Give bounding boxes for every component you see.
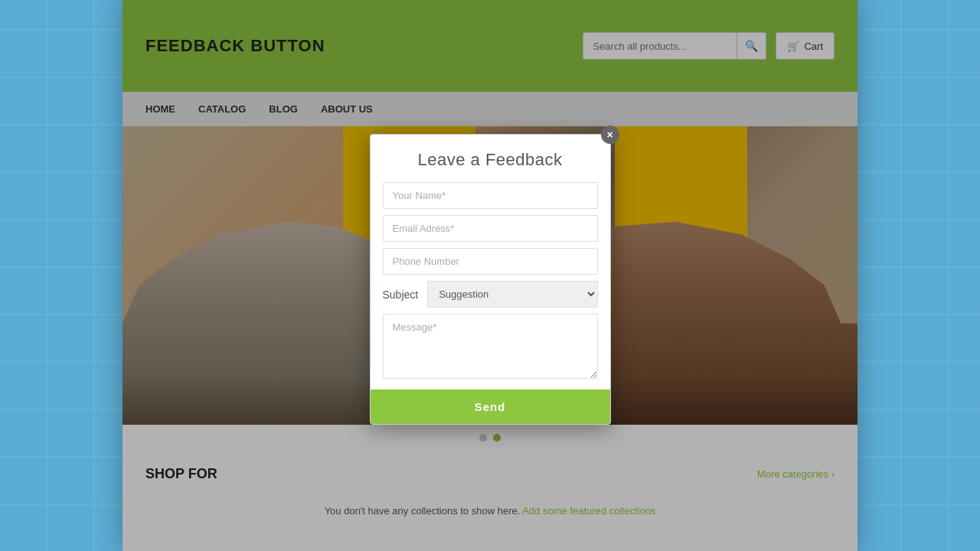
modal-title: Leave a Feedback (371, 135, 610, 182)
phone-input[interactable] (383, 248, 598, 275)
modal-close-button[interactable]: × (601, 126, 619, 144)
page-wrapper: FEEDBACK BUTTON 🔍 🛒 Cart HOME CATALOG BL… (0, 0, 980, 551)
subject-select[interactable]: Suggestion Complaint Question Other (427, 281, 597, 308)
send-button[interactable]: Send (371, 390, 610, 424)
modal-body: Subject Suggestion Complaint Question Ot… (371, 182, 610, 382)
site-container: FEEDBACK BUTTON 🔍 🛒 Cart HOME CATALOG BL… (122, 0, 858, 551)
email-input[interactable] (383, 215, 598, 242)
message-textarea[interactable] (383, 314, 598, 379)
subject-label: Subject (383, 289, 419, 301)
name-input[interactable] (383, 182, 598, 209)
subject-row: Subject Suggestion Complaint Question Ot… (383, 281, 598, 308)
feedback-modal: × Leave a Feedback Subject Suggestion Co… (370, 134, 611, 425)
modal-overlay: × Leave a Feedback Subject Suggestion Co… (122, 0, 858, 551)
